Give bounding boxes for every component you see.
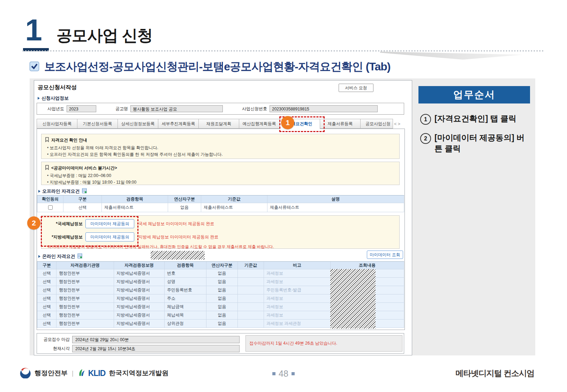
online-cell: 주민등록번호-발급 bbox=[264, 286, 331, 294]
section-online-label: 온라인 자격요건 bbox=[42, 253, 75, 260]
slide: 1 공모사업 신청 보조사업선정-공모사업신청관리-보탬e공모사업현황-자격요건… bbox=[0, 0, 567, 392]
remaining-time-box: 접수마감까지 1일 4시간 49분 26초 남았습니다. bbox=[245, 335, 402, 352]
table-row[interactable]: 선택제출서류테스트없음제출서류테스트제출서류테스트 bbox=[37, 203, 404, 212]
breadcrumb: 보조사업선정-공모사업신청관리-보탬e공모사업현황-자격요건확인 (Tab) bbox=[44, 59, 390, 75]
online-cell: 주소 bbox=[165, 294, 206, 303]
deadline-row-2: 현재시각2024년 2월 28일 15시 10분34초 bbox=[40, 345, 240, 352]
tab-4[interactable]: 세부추진계획등록 bbox=[158, 119, 199, 129]
column-header: 조회내용 bbox=[331, 262, 404, 269]
online-cell: 과세정보 과세관청 bbox=[264, 320, 331, 328]
check-icon bbox=[29, 61, 39, 73]
tab-8[interactable]: 제출서류등록 bbox=[320, 119, 361, 129]
offline-table: 확인동의구분검증항목연산자구분기준값설명 선택제출서류테스트없음제출서류테스트제… bbox=[37, 195, 404, 212]
annotation-box-consent bbox=[41, 216, 138, 247]
online-cell: 없음 bbox=[206, 286, 238, 294]
online-cell bbox=[238, 269, 264, 278]
notice-name-input[interactable]: 봉사활동 보조사업 공모 bbox=[130, 105, 223, 112]
bookmark-icon bbox=[45, 165, 49, 171]
column-header: 구분 bbox=[63, 195, 102, 203]
online-cell: 주민등록번호 bbox=[165, 286, 206, 294]
column-header: 구분 bbox=[37, 262, 56, 269]
deadline-label: 현재시각 bbox=[40, 346, 70, 352]
tab-scroll-right[interactable]: > bbox=[398, 121, 401, 126]
online-cell: 지방세납세증명서 bbox=[114, 320, 165, 328]
section-number: 1 bbox=[25, 15, 42, 45]
tab-3[interactable]: 상세신청정보등록 bbox=[118, 119, 158, 129]
online-cell: 과세정보 bbox=[264, 278, 331, 286]
tab-9[interactable]: 공모사업신청 bbox=[360, 119, 393, 129]
workflow-header: 업무순서 bbox=[418, 86, 530, 103]
online-cell: 선택 bbox=[37, 278, 56, 286]
online-cell: 없음 bbox=[206, 278, 238, 286]
doc-icon bbox=[77, 253, 82, 260]
online-cell: 행정안전부 bbox=[56, 278, 114, 286]
consent-status-text: 국세 체납정보 마이데이터 제공동의 완료 bbox=[138, 221, 214, 227]
column-header: 비고 bbox=[264, 262, 331, 269]
section-offline: 오프라인 자격요건 bbox=[38, 188, 87, 194]
bookmark-icon bbox=[45, 137, 49, 143]
online-cell: 선택 bbox=[37, 294, 56, 303]
online-cell bbox=[238, 320, 264, 328]
step-text: [자격요건확인] 탭 클릭 bbox=[434, 113, 516, 125]
deadline-value[interactable]: 2024년 02월 29일 20시 00분 bbox=[72, 336, 240, 343]
section-online: 온라인 자격요건 bbox=[38, 253, 82, 260]
offline-cell: 선택 bbox=[63, 203, 102, 212]
workflow-steps: 1[자격요건확인] 탭 클릭2[마이데이터 제공동의] 버튼 클릭 bbox=[420, 113, 530, 154]
online-cell: 지방세납세증명서 bbox=[114, 278, 165, 286]
remaining-time-text: 접수마감까지 1일 4시간 49분 26초 남았습니다. bbox=[249, 340, 337, 346]
online-cell: 지방세납세증명서 bbox=[114, 286, 165, 294]
online-table-header: 구분자격검증기관명자격검증정보명검증항목연산자구분기준값비고조회내용 bbox=[37, 262, 404, 269]
online-cell bbox=[238, 278, 264, 286]
offline-cell: 제출서류테스트 bbox=[201, 203, 267, 212]
deadline-value[interactable]: 2024년 2월 28일 15시 10분34초 bbox=[72, 345, 240, 352]
workflow-step-1: 1[자격요건확인] 탭 클릭 bbox=[420, 113, 530, 125]
mydata-query-button[interactable]: 마이데이터 조회 bbox=[367, 251, 403, 259]
column-header: 연산자구분 bbox=[168, 195, 201, 203]
online-cell bbox=[238, 311, 264, 320]
offline-cell: 없음 bbox=[168, 203, 201, 212]
page-number-square bbox=[292, 372, 295, 375]
online-cell: 선택 bbox=[37, 269, 56, 278]
column-header: 확인동의 bbox=[37, 195, 63, 203]
year-input[interactable]: 2023 bbox=[67, 105, 96, 112]
online-cell: 선택 bbox=[37, 303, 56, 311]
online-cell: 지방세납세증명서 bbox=[114, 269, 165, 278]
notice-bullet: 지방세납부증명 : 매월 10일 18:00 - 11일 09:00 bbox=[45, 179, 396, 186]
arrow-icon bbox=[38, 255, 40, 258]
online-cell: 지방세납세증명서 bbox=[114, 311, 165, 320]
tab-6[interactable]: 예산집행계획등록 bbox=[239, 119, 280, 129]
online-cell: 행정안전부 bbox=[56, 303, 114, 311]
online-cell: 행정안전부 bbox=[56, 294, 114, 303]
year-label: 사업년도 bbox=[47, 106, 64, 112]
online-cell: 성명 bbox=[165, 278, 206, 286]
redacted-block bbox=[151, 251, 205, 260]
deadline-box: 공모접수 마감2024년 02월 29일 20시 00분현재시각2024년 2월… bbox=[37, 333, 404, 354]
column-header: 자격검증정보명 bbox=[114, 262, 165, 269]
notice-bullet: 오프라인 자격요건의 모든 항목에 확인동의를 한 뒤 저장해 주셔야 신청서 … bbox=[45, 151, 396, 158]
step-text: [마이데이터 제공동의] 버튼 클릭 bbox=[434, 132, 530, 154]
screen-title: 공모신청서작성 bbox=[38, 84, 77, 91]
section-offline-label: 오프라인 자격요건 bbox=[42, 188, 80, 194]
apply-number-label: 사업신청번호 bbox=[242, 106, 267, 112]
slide-title: 공모사업 신청 bbox=[56, 25, 153, 46]
offline-cell: 제출서류테스트 bbox=[102, 203, 168, 212]
online-cell: 체납금액 bbox=[165, 303, 206, 311]
tab-5[interactable]: 재원조달계획 bbox=[198, 119, 239, 129]
notice-bullet: 보조사업자 선정을 위해 아래 자격요건 항목을 확인합니다. bbox=[45, 145, 396, 151]
tab-1[interactable]: 신청사업자등록 bbox=[37, 119, 77, 129]
service-request-button[interactable]: 서비스 요청 bbox=[339, 84, 373, 92]
tab-bar: 신청사업자등록기본신청서등록상세신청정보등록세부추진계획등록재원조달계획예산집행… bbox=[37, 119, 405, 129]
online-cell bbox=[238, 294, 264, 303]
step-badge-1: 1 bbox=[281, 116, 294, 129]
tab-2[interactable]: 기본신청서등록 bbox=[77, 119, 118, 129]
notice-hours-bullets: 국세납부증명 : 매일 22:00~06:00지방세납부증명 : 매월 10일 … bbox=[45, 172, 396, 186]
online-cell bbox=[238, 303, 264, 311]
confirm-checkbox[interactable] bbox=[48, 205, 53, 210]
notice-name-label: 공고명 bbox=[115, 106, 128, 112]
apply-number-input[interactable]: 2023003588919815 bbox=[270, 105, 378, 112]
tab-scroll-left[interactable]: < bbox=[394, 121, 397, 126]
breadcrumb-row: 보조사업선정-공모사업신청관리-보탬e공모사업현황-자격요건확인 (Tab) bbox=[29, 59, 390, 75]
step-number-circle: 2 bbox=[420, 133, 431, 144]
column-header: 연산자구분 bbox=[206, 262, 238, 269]
online-cell: 행정안전부 bbox=[56, 269, 114, 278]
